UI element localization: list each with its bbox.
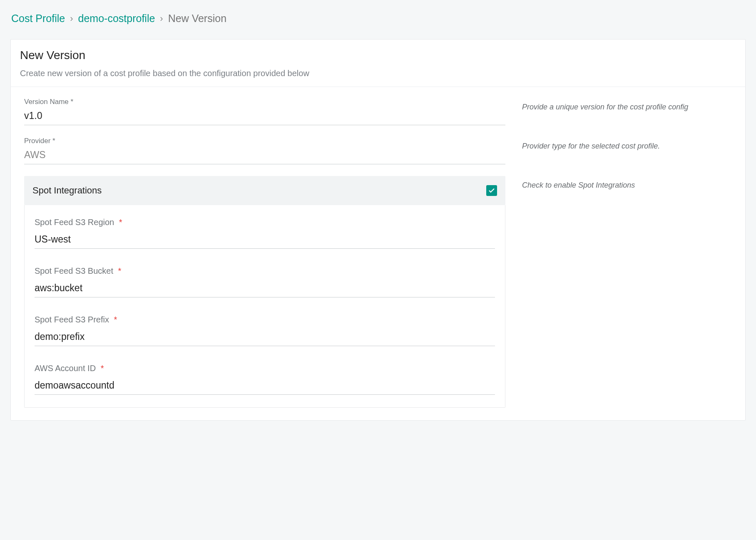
spot-integrations-help: Check to enable Spot Integrations [522,181,635,189]
spot-integrations-row: Spot Integrations Spot Feed S3 Region * [24,176,732,408]
spot-integrations-panel: Spot Feed S3 Region * Spot Feed S3 Bucke… [24,205,505,408]
version-name-help: Provide a unique version for the cost pr… [522,103,688,111]
spot-integrations-checkbox[interactable] [486,185,497,196]
spot-integrations-toggle-section: Spot Integrations [24,176,505,205]
breadcrumb-current: New Version [168,12,226,25]
spot-prefix-input[interactable] [35,329,495,346]
provider-input [24,147,505,164]
version-name-label: Version Name * [24,98,505,106]
version-name-row: Version Name * Provide a unique version … [24,98,732,125]
spot-bucket-input[interactable] [35,280,495,297]
required-star: * [114,315,117,324]
spot-region-input[interactable] [35,231,495,249]
aws-account-input[interactable] [35,377,495,395]
card-header: New Version Create new version of a cost… [11,40,745,87]
breadcrumb-root-link[interactable]: Cost Profile [11,12,65,25]
spot-bucket-field: Spot Feed S3 Bucket * [35,266,495,297]
breadcrumb: Cost Profile › demo-costprofile › New Ve… [10,12,746,25]
breadcrumb-item-link[interactable]: demo-costprofile [78,12,155,25]
check-icon [488,187,495,194]
spot-region-field: Spot Feed S3 Region * [35,218,495,249]
form-card: New Version Create new version of a cost… [10,39,746,421]
provider-label: Provider * [24,137,505,145]
aws-account-label-text: AWS Account ID [35,364,96,373]
page-subtitle: Create new version of a cost profile bas… [20,69,736,78]
aws-account-label: AWS Account ID * [35,364,495,373]
spot-region-label-text: Spot Feed S3 Region [35,218,114,227]
required-star: * [118,266,122,275]
aws-account-field: AWS Account ID * [35,364,495,395]
spot-bucket-label-text: Spot Feed S3 Bucket [35,266,113,275]
required-star: * [119,218,122,227]
spot-prefix-field: Spot Feed S3 Prefix * [35,315,495,346]
card-body: Version Name * Provide a unique version … [11,87,745,420]
spot-integrations-label: Spot Integrations [32,185,102,196]
breadcrumb-separator: › [160,13,163,24]
required-star: * [101,364,104,373]
spot-prefix-label-text: Spot Feed S3 Prefix [35,315,109,324]
spot-region-label: Spot Feed S3 Region * [35,218,495,227]
breadcrumb-separator: › [70,13,73,24]
spot-prefix-label: Spot Feed S3 Prefix * [35,315,495,324]
provider-row: Provider * Provider type for the selecte… [24,137,732,164]
provider-help: Provider type for the selected cost prof… [522,142,660,150]
page-title: New Version [20,49,736,62]
spot-bucket-label: Spot Feed S3 Bucket * [35,266,495,276]
version-name-input[interactable] [24,108,505,125]
